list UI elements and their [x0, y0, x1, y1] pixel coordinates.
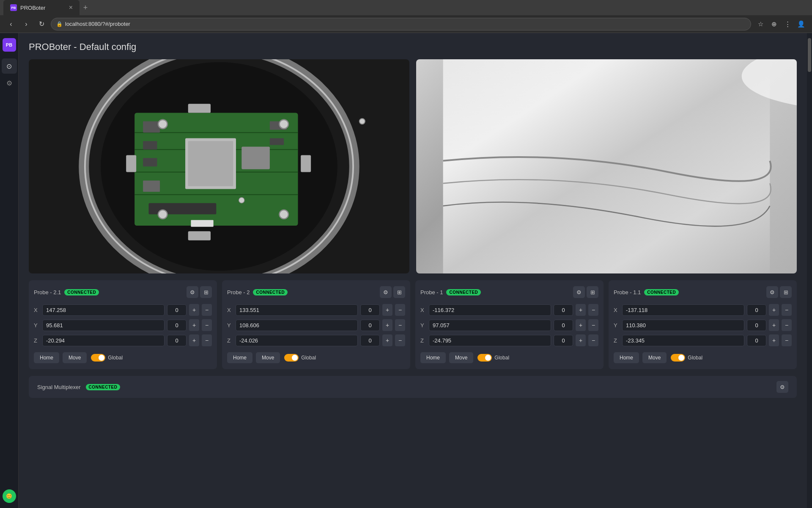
- probe-1-move-button[interactable]: Move: [449, 352, 473, 363]
- probe-2-x-step[interactable]: [360, 304, 380, 316]
- probe-2-1-z-minus[interactable]: −: [202, 334, 212, 346]
- sidebar-item-dashboard[interactable]: ⊙: [2, 58, 17, 74]
- probe-2-z-minus[interactable]: −: [395, 334, 405, 346]
- probe-1-1-x-minus[interactable]: −: [782, 304, 792, 316]
- closeup-image: [416, 59, 797, 273]
- refresh-button[interactable]: ↻: [36, 18, 47, 30]
- probe-1-x-label: X: [420, 307, 426, 313]
- probe-2-1-z-plus[interactable]: +: [189, 334, 199, 346]
- probe-1-y-step[interactable]: [554, 320, 573, 331]
- probe-1-z-input[interactable]: [429, 335, 551, 346]
- probe-1-calc-button[interactable]: ⊞: [587, 286, 598, 298]
- probe-1-1-calc-button[interactable]: ⊞: [780, 286, 792, 298]
- probe-2-y-step[interactable]: [360, 320, 380, 331]
- probe-2-y-input[interactable]: [236, 320, 358, 331]
- probe-1-1-move-button[interactable]: Move: [642, 352, 667, 363]
- probe-2-move-button[interactable]: Move: [256, 352, 280, 363]
- signal-multiplexer-settings-button[interactable]: ⚙: [776, 381, 788, 393]
- probe-1-1-z-step[interactable]: [747, 335, 766, 346]
- probe-2-calc-button[interactable]: ⊞: [393, 286, 405, 298]
- probe-2-1-toggle-switch[interactable]: [91, 354, 105, 362]
- probe-2-home-button[interactable]: Home: [227, 352, 252, 363]
- probe-1-1-z-minus[interactable]: −: [782, 334, 792, 346]
- probe-2-1-home-button[interactable]: Home: [34, 352, 59, 363]
- probe-2-1-x-input[interactable]: [42, 304, 165, 316]
- probe-1-1-z-input[interactable]: [622, 335, 744, 346]
- probe-1-x-minus[interactable]: −: [588, 304, 598, 316]
- probe-1-1-x-plus[interactable]: +: [769, 304, 779, 316]
- probe-1-y-input[interactable]: [429, 320, 551, 331]
- probe-2-1-settings-button[interactable]: ⚙: [187, 286, 198, 298]
- probe-1-1-x-step[interactable]: [747, 304, 766, 316]
- probe-1-x-input[interactable]: [429, 304, 551, 316]
- probe-2-y-plus[interactable]: +: [382, 319, 392, 331]
- probe-1-1-settings-button[interactable]: ⚙: [766, 286, 778, 298]
- probe-1-settings-button[interactable]: ⚙: [573, 286, 585, 298]
- probe-2-1-z-input[interactable]: [42, 335, 165, 346]
- probe-2-1-x-step[interactable]: [167, 304, 187, 316]
- probe-1-1-y-label: Y: [614, 322, 620, 329]
- sidebar-item-settings[interactable]: ⚙: [2, 75, 17, 91]
- probe-1-z-plus[interactable]: +: [576, 334, 586, 346]
- probe-2-1-y-input[interactable]: [42, 320, 165, 331]
- active-tab[interactable]: PB PROBoter ×: [3, 0, 80, 15]
- probe-2-1-status: CONNECTED: [64, 289, 99, 295]
- scrollbar-track[interactable]: [807, 33, 812, 508]
- probe-1-toggle-switch[interactable]: [477, 354, 492, 362]
- address-bar[interactable]: 🔒 localhost:8080/?#/proboter: [51, 18, 751, 30]
- probe-1-1-x-input[interactable]: [622, 304, 744, 316]
- probe-1-1-z-plus[interactable]: +: [769, 334, 779, 346]
- tab-close-button[interactable]: ×: [69, 4, 73, 11]
- probe-1-1-y-step[interactable]: [747, 320, 766, 331]
- probe-2-1-x-minus[interactable]: −: [202, 304, 212, 316]
- probe-1-x-plus[interactable]: +: [576, 304, 586, 316]
- probe-1-z-step[interactable]: [554, 335, 573, 346]
- settings-icon[interactable]: ⋮: [782, 18, 793, 30]
- probe-2-1-calc-button[interactable]: ⊞: [200, 286, 212, 298]
- new-tab-button[interactable]: +: [80, 2, 91, 14]
- sidebar-logo[interactable]: PB: [3, 38, 16, 52]
- user-avatar[interactable]: 😊: [3, 489, 16, 503]
- probe-1-1-home-button[interactable]: Home: [614, 352, 639, 363]
- back-button[interactable]: ‹: [5, 18, 17, 30]
- probe-1-global-toggle[interactable]: Global: [477, 354, 509, 362]
- probe-2-1-y-step[interactable]: [167, 320, 187, 331]
- scrollbar-thumb[interactable]: [808, 38, 811, 72]
- probe-2-1-x-plus[interactable]: +: [189, 304, 199, 316]
- probe-2-1-move-button[interactable]: Move: [63, 352, 87, 363]
- tab-title: PROBoter: [20, 5, 45, 11]
- probe-1-1-y-plus[interactable]: +: [769, 319, 779, 331]
- probe-2-z-plus[interactable]: +: [382, 334, 392, 346]
- forward-button[interactable]: ›: [20, 18, 32, 30]
- probe-1-1-y-minus[interactable]: −: [782, 319, 792, 331]
- svg-point-21: [280, 120, 288, 129]
- probe-1-1-global-toggle[interactable]: Global: [671, 354, 702, 362]
- probe-2-settings-button[interactable]: ⚙: [380, 286, 392, 298]
- probe-2-1-global-toggle[interactable]: Global: [91, 354, 123, 362]
- probe-1-1-x-row: X + −: [614, 304, 792, 316]
- probe-2-x-minus[interactable]: −: [395, 304, 405, 316]
- probe-2-x-plus[interactable]: +: [382, 304, 392, 316]
- probe-1-1-footer: Home Move Global: [614, 352, 792, 363]
- probe-2-1-y-plus[interactable]: +: [189, 319, 199, 331]
- account-icon[interactable]: 👤: [795, 18, 807, 30]
- probe-2-toggle-switch[interactable]: [284, 354, 299, 362]
- probe-2-1-y-minus[interactable]: −: [202, 319, 212, 331]
- probe-2-y-minus[interactable]: −: [395, 319, 405, 331]
- probe-2-1-z-step[interactable]: [167, 335, 187, 346]
- probe-2-z-input[interactable]: [236, 335, 358, 346]
- extension-icon[interactable]: ⊕: [768, 18, 780, 30]
- probe-2-z-step[interactable]: [360, 335, 380, 346]
- probe-1-home-button[interactable]: Home: [420, 352, 446, 363]
- probe-1-1-toggle-switch[interactable]: [671, 354, 685, 362]
- probe-1-x-step[interactable]: [554, 304, 573, 316]
- probe-1-1-y-input[interactable]: [622, 320, 744, 331]
- probe-2-global-label: Global: [301, 355, 316, 361]
- probe-1-y-plus[interactable]: +: [576, 319, 586, 331]
- bookmark-icon[interactable]: ☆: [754, 18, 766, 30]
- probe-2-x-input[interactable]: [236, 304, 358, 316]
- probe-1-y-minus[interactable]: −: [588, 319, 598, 331]
- probe-2-global-toggle[interactable]: Global: [284, 354, 316, 362]
- probe-2-1-x-label: X: [34, 307, 40, 313]
- probe-1-z-minus[interactable]: −: [588, 334, 598, 346]
